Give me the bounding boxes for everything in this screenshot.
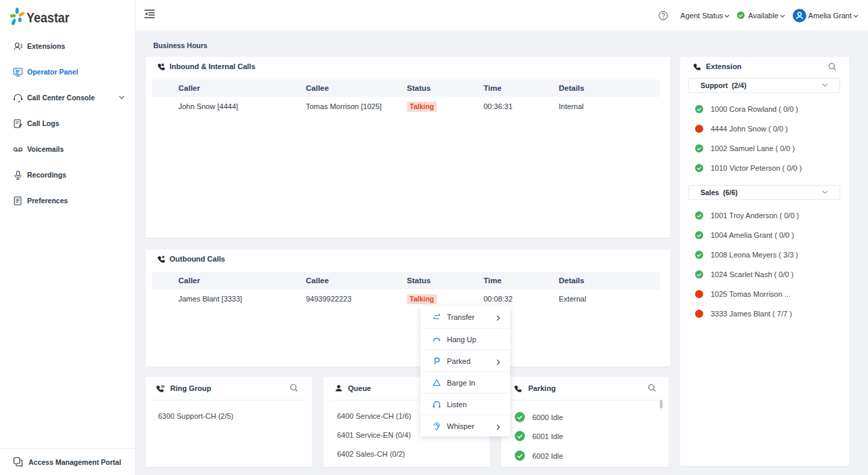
svg-text:Yeastar: Yeastar	[26, 9, 70, 26]
